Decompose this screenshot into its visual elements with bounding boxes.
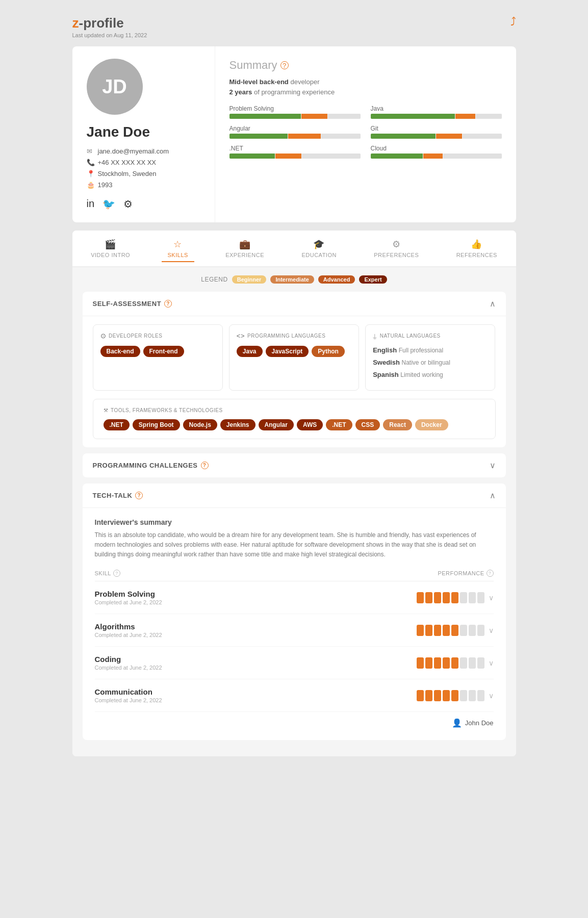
- tab-references[interactable]: 👍 REFERENCES: [450, 236, 503, 261]
- legend-bar: LEGEND Beginner Intermediate Advanced Ex…: [83, 275, 506, 284]
- perf-bars-coding: [417, 657, 484, 669]
- perf-bar: [460, 625, 467, 636]
- perf-bar: [417, 657, 424, 669]
- tool-spring-boot: Spring Boot: [133, 419, 180, 430]
- tt-row-chevron[interactable]: ∨: [489, 659, 494, 667]
- tt-toggle[interactable]: ∧: [490, 491, 496, 500]
- tt-row-chevron[interactable]: ∨: [489, 692, 494, 700]
- tools-section: ⚒ TOOLS, FRAMEWORKS & TECHNOLOGIES .NET …: [93, 399, 496, 439]
- tool-net2: .NET: [326, 419, 352, 430]
- skill-help-icon[interactable]: ?: [113, 570, 120, 577]
- tool-aws: AWS: [297, 419, 323, 430]
- perf-bar: [425, 592, 432, 603]
- twitter-icon[interactable]: 🐦: [103, 198, 115, 210]
- tag-python: Python: [312, 346, 345, 357]
- tab-preferences[interactable]: ⚙ PREFERENCES: [368, 236, 425, 261]
- calendar-icon: 🎂: [87, 181, 94, 189]
- summary-years: 2 years: [229, 88, 252, 96]
- logo-rest: -profile: [79, 15, 124, 31]
- skill-problem-solving: Problem Solving: [229, 105, 361, 119]
- perf-bar: [451, 690, 458, 701]
- tag-java: Java: [237, 346, 263, 357]
- perf-bar: [417, 625, 424, 636]
- tt-row-algorithms: Algorithms Completed at June 2, 2022: [95, 614, 494, 647]
- perf-bar: [477, 690, 484, 701]
- perf-bar: [451, 592, 458, 603]
- legend-label: LEGEND: [201, 276, 227, 283]
- tabs-and-content: 🎬 VIDEO INTRO ☆ SKILLS 💼 EXPERIENCE 🎓 ED…: [72, 231, 516, 756]
- self-assessment-help-icon[interactable]: ?: [164, 300, 172, 308]
- perf-bar: [434, 657, 441, 669]
- tools-tags: .NET Spring Boot Node.js Jenkins Angular…: [104, 419, 485, 430]
- summary-help-icon[interactable]: ?: [280, 61, 289, 69]
- tabs-nav: 🎬 VIDEO INTRO ☆ SKILLS 💼 EXPERIENCE 🎓 ED…: [72, 231, 516, 267]
- skill-java: Java: [371, 105, 502, 119]
- summary-description: Mid-level back-end developer 2 years of …: [229, 77, 502, 97]
- experience-icon: 💼: [239, 239, 251, 250]
- perf-bar: [417, 592, 424, 603]
- tt-performance-problem-solving: ∨: [417, 592, 494, 603]
- perf-bar: [443, 657, 450, 669]
- main-content: LEGEND Beginner Intermediate Advanced Ex…: [72, 267, 516, 756]
- profile-email: jane.doe@myemail.com: [98, 147, 169, 155]
- profile-left: JD Jane Doe ✉ jane.doe@myemail.com 📞 +46…: [72, 46, 215, 222]
- tt-footer: 👤 John Doe: [95, 712, 494, 730]
- page-wrapper: z-profile Last updated on Aug 11, 2022 ⤴…: [72, 10, 516, 756]
- profile-right: Summary ? Mid-level back-end developer 2…: [215, 46, 516, 222]
- lang-swedish: Swedish Native or bilingual: [373, 358, 488, 367]
- skill-git: Git: [371, 125, 502, 139]
- tt-help-icon[interactable]: ?: [135, 492, 143, 499]
- summary-title: Summary ?: [229, 59, 502, 72]
- pc-help-icon[interactable]: ?: [201, 462, 209, 469]
- tab-experience[interactable]: 💼 EXPERIENCE: [219, 236, 270, 261]
- video-icon: 🎬: [105, 239, 116, 250]
- tab-video-intro[interactable]: 🎬 VIDEO INTRO: [85, 236, 136, 261]
- tool-jenkins: Jenkins: [220, 419, 255, 430]
- programming-languages-card: <> PROGRAMMING LANGUAGES Java JavaScript…: [229, 324, 359, 391]
- perf-bar: [460, 592, 467, 603]
- tools-title: ⚒ TOOLS, FRAMEWORKS & TECHNOLOGIES: [104, 407, 485, 413]
- natural-lang-icon: ⍊: [373, 332, 377, 340]
- lang-english: English Full professional: [373, 346, 488, 355]
- self-assessment-section: SELF-ASSESSMENT ? ∧ ⊙ DEVELOPER ROLES: [83, 292, 506, 447]
- legend-advanced: Advanced: [318, 275, 355, 284]
- last-updated-text: Last updated on Aug 11, 2022: [72, 32, 147, 38]
- perf-bars-algorithms: [417, 625, 484, 636]
- profile-birthyear: 1993: [98, 181, 113, 189]
- perf-bar: [477, 625, 484, 636]
- tech-talk-header[interactable]: TECH-TALK ? ∧: [83, 483, 506, 508]
- tool-angular: Angular: [259, 419, 294, 430]
- tab-skills[interactable]: ☆ SKILLS: [162, 236, 194, 262]
- tool-net: .NET: [104, 419, 130, 430]
- tab-education-label: EDUCATION: [301, 252, 336, 258]
- self-assessment-toggle[interactable]: ∧: [490, 299, 496, 309]
- summary-title-text: Summary: [229, 59, 277, 72]
- app-logo: z-profile Last updated on Aug 11, 2022: [72, 15, 147, 38]
- tt-skill-info-problem-solving: Problem Solving Completed at June 2, 202…: [95, 590, 162, 605]
- education-icon: 🎓: [313, 239, 325, 250]
- skill-col-label: SKILL ?: [95, 570, 120, 577]
- perf-bar: [443, 592, 450, 603]
- programming-challenges-header[interactable]: PROGRAMMING CHALLENGES ? ∨: [83, 453, 506, 477]
- perf-bar: [434, 592, 441, 603]
- performance-col-label: PERFORMANCE ?: [438, 570, 493, 577]
- natural-languages-title: ⍊ NATURAL LANGUAGES: [373, 332, 488, 340]
- phone-icon: 📞: [87, 159, 94, 166]
- linkedin-icon[interactable]: in: [87, 198, 95, 210]
- self-assessment-header[interactable]: SELF-ASSESSMENT ? ∧: [83, 292, 506, 316]
- performance-help-icon[interactable]: ?: [487, 570, 494, 577]
- share-icon[interactable]: ⤴: [510, 15, 516, 29]
- summary-level: Mid-level back-end: [229, 78, 289, 86]
- tt-performance-communication: ∨: [417, 690, 494, 701]
- programming-icon: <>: [237, 332, 245, 340]
- tab-education[interactable]: 🎓 EDUCATION: [295, 236, 342, 261]
- reviewer-name: John Doe: [465, 719, 494, 727]
- programming-challenges-section: PROGRAMMING CHALLENGES ? ∨: [83, 453, 506, 477]
- reviewer-icon: 👤: [452, 718, 462, 728]
- self-assessment-grid: ⊙ DEVELOPER ROLES Back-end Front-end <> …: [83, 316, 506, 399]
- skill-net: .NET: [229, 145, 361, 159]
- tt-row-chevron[interactable]: ∨: [489, 626, 494, 634]
- tt-row-chevron[interactable]: ∨: [489, 594, 494, 602]
- pc-toggle[interactable]: ∨: [490, 461, 496, 470]
- github-icon[interactable]: ⚙: [123, 198, 133, 210]
